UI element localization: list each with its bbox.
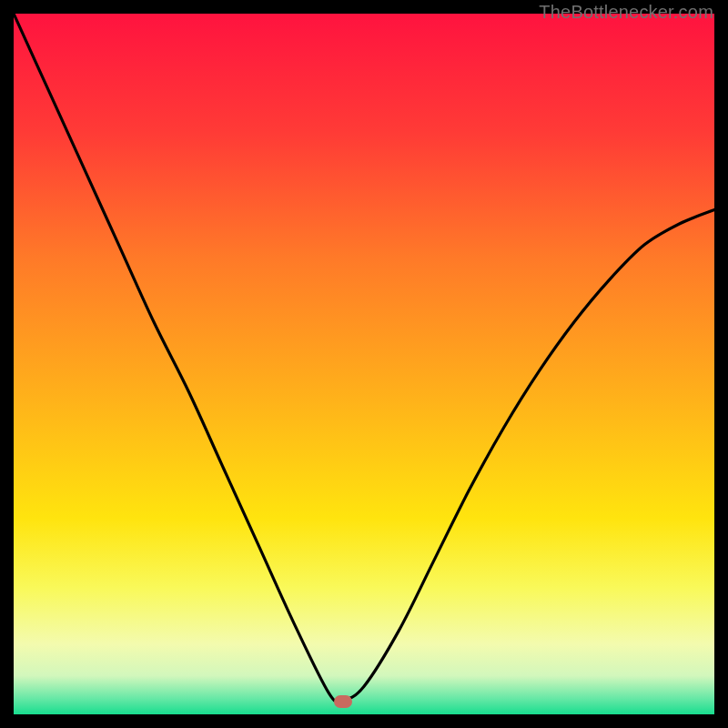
attribution-text: TheBottlenecker.com — [539, 2, 713, 23]
optimal-point-marker — [334, 695, 352, 708]
bottleneck-curve — [14, 14, 714, 714]
plot-area — [14, 14, 714, 714]
chart-stage: TheBottlenecker.com — [0, 0, 728, 728]
